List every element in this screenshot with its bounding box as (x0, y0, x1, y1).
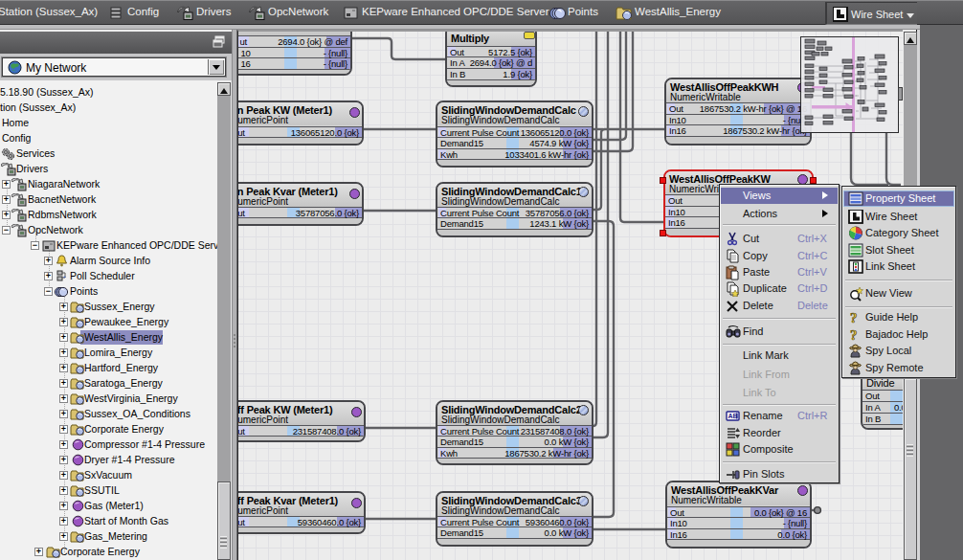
svg-text:?: ? (850, 310, 858, 325)
svg-text:?: ? (850, 327, 858, 343)
